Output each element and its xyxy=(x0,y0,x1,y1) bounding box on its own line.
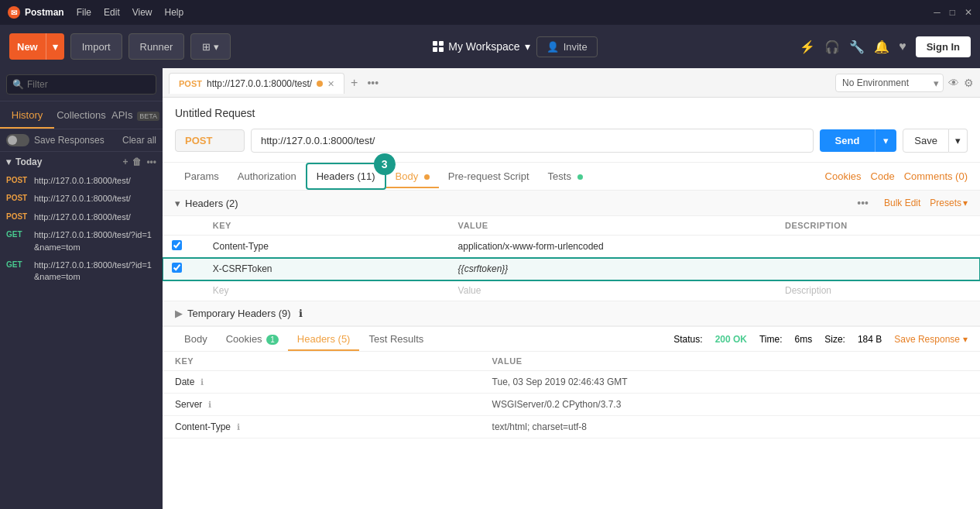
save-responses-toggle[interactable] xyxy=(6,134,29,146)
save-caret-button[interactable]: ▾ xyxy=(949,129,968,153)
content-area: POST http://127.0.0.1:8000/test/ ✕ + •••… xyxy=(163,68,980,509)
menu-edit[interactable]: Edit xyxy=(104,7,120,18)
resp-val-date: Tue, 03 Sep 2019 02:46:43 GMT xyxy=(492,377,968,387)
close-icon[interactable]: ✕ xyxy=(965,7,972,18)
headers-more-icon[interactable]: ••• xyxy=(857,197,869,209)
server-info-icon[interactable]: ℹ xyxy=(208,400,211,410)
workspace-button[interactable]: My Workspace ▾ xyxy=(433,40,529,53)
placeholder-key[interactable]: Key xyxy=(204,280,449,301)
list-item[interactable]: GET http://127.0.0.1:8000/test/?id=1&nam… xyxy=(6,226,156,256)
tab-tests[interactable]: Tests xyxy=(539,164,592,188)
row-checkbox[interactable] xyxy=(172,240,182,250)
sidebar: 🔍 History Collections APIs BETA Save Res… xyxy=(0,68,163,509)
content-type-info-icon[interactable]: ℹ xyxy=(237,422,240,432)
temp-headers-info-icon[interactable]: ℹ xyxy=(299,308,303,319)
sidebar-tab-history[interactable]: History xyxy=(0,101,54,129)
toolbar-center: My Workspace ▾ 👤 Invite xyxy=(237,36,793,57)
headers-toggle-arrow[interactable]: ▾ xyxy=(175,198,180,209)
maximize-icon[interactable]: □ xyxy=(950,7,955,18)
clear-all-button[interactable]: Clear all xyxy=(122,135,156,146)
menu-help[interactable]: Help xyxy=(165,7,184,18)
menu-file[interactable]: File xyxy=(77,7,91,18)
bulk-edit-button[interactable]: Bulk Edit xyxy=(884,198,920,208)
tab-headers[interactable]: Headers (11) 3 xyxy=(306,163,386,190)
tab-close-icon[interactable]: ✕ xyxy=(327,79,334,89)
app-logo: ✉ Postman xyxy=(8,6,64,19)
layout-button[interactable]: ⊞ ▾ xyxy=(190,33,231,60)
headphone-icon[interactable]: 🎧 xyxy=(824,40,840,54)
send-caret-button[interactable]: ▾ xyxy=(875,129,896,152)
tab-authorization[interactable]: Authorization xyxy=(228,164,306,188)
request-tab[interactable]: POST http://127.0.0.1:8000/test/ ✕ xyxy=(169,73,344,94)
add-tab-button[interactable]: + xyxy=(348,76,361,90)
method-badge: POST xyxy=(6,193,29,202)
sidebar-tabs: History Collections APIs BETA xyxy=(0,101,163,129)
bell-icon[interactable]: 🔔 xyxy=(874,40,889,54)
menu-view[interactable]: View xyxy=(132,7,152,18)
save-button[interactable]: Save xyxy=(903,129,949,153)
titlebar: ✉ Postman File Edit View Help ─ □ ✕ xyxy=(0,0,980,25)
new-button-caret[interactable]: ▾ xyxy=(46,33,64,60)
more-history-icon[interactable]: ••• xyxy=(146,156,156,167)
tab-pre-request[interactable]: Pre-request Script xyxy=(439,164,539,188)
col-key: KEY xyxy=(204,216,449,236)
minimize-icon[interactable]: ─ xyxy=(934,7,941,18)
invite-button[interactable]: 👤 Invite xyxy=(536,36,598,57)
sync-icon[interactable]: ⚡ xyxy=(800,40,815,54)
save-responses-label: Save Responses xyxy=(34,135,105,146)
history-url: http://127.0.0.1:8000/test/ xyxy=(34,175,131,187)
method-select[interactable]: POST xyxy=(175,129,245,152)
resp-tab-test-results[interactable]: Test Results xyxy=(359,327,433,351)
presets-button[interactable]: Presets ▾ xyxy=(930,198,968,208)
tab-params[interactable]: Params xyxy=(175,164,228,188)
list-item[interactable]: POST http://127.0.0.1:8000/test/ xyxy=(6,190,156,208)
invite-icon: 👤 xyxy=(547,41,559,53)
request-title: Untitled Request xyxy=(175,107,968,119)
heart-icon[interactable]: ♥ xyxy=(899,40,906,53)
resp-val-content-type: text/html; charset=utf-8 xyxy=(492,421,968,432)
add-history-icon[interactable]: + xyxy=(122,156,128,167)
new-button[interactable]: New ▾ xyxy=(9,33,64,60)
url-input[interactable] xyxy=(251,129,814,153)
placeholder-description[interactable]: Description xyxy=(776,280,980,301)
delete-history-icon[interactable]: 🗑 xyxy=(132,156,142,167)
env-gear-icon[interactable]: ⚙ xyxy=(964,77,974,89)
method-badge: GET xyxy=(6,260,29,269)
save-response-button[interactable]: Save Response ▾ xyxy=(894,334,968,345)
list-item[interactable]: POST http://127.0.0.1:8000/test/ xyxy=(6,208,156,226)
cookies-link[interactable]: Cookies xyxy=(825,170,862,182)
runner-button[interactable]: Runner xyxy=(128,33,185,60)
size-label: Size: xyxy=(824,334,845,345)
comments-link[interactable]: Comments (0) xyxy=(904,170,968,182)
temporary-headers-section[interactable]: ▶ Temporary Headers (9) ℹ xyxy=(163,301,980,326)
table-row: Date ℹ Tue, 03 Sep 2019 02:46:43 GMT xyxy=(163,371,980,394)
import-button[interactable]: Import xyxy=(70,33,122,60)
sidebar-tab-collections[interactable]: Collections xyxy=(54,101,108,129)
settings-icon[interactable]: 🔧 xyxy=(849,40,865,54)
resp-tab-headers[interactable]: Headers (5) xyxy=(288,327,360,351)
step-3-circle: 3 xyxy=(374,153,396,175)
list-item[interactable]: GET http://127.0.0.1:8000/test/?id=1&nam… xyxy=(6,256,156,287)
row-checkbox[interactable] xyxy=(172,263,182,273)
main-layout: 🔍 History Collections APIs BETA Save Res… xyxy=(0,68,980,509)
placeholder-value[interactable]: Value xyxy=(449,280,776,301)
send-button[interactable]: Send xyxy=(820,129,875,152)
date-info-icon[interactable]: ℹ xyxy=(200,377,204,387)
presets-caret-icon: ▾ xyxy=(963,198,968,208)
list-item[interactable]: POST http://127.0.0.1:8000/test/ xyxy=(6,172,156,190)
sidebar-tab-apis[interactable]: APIs BETA xyxy=(108,101,163,129)
env-eye-icon[interactable]: 👁 xyxy=(948,77,959,89)
environment-select[interactable]: No Environment xyxy=(835,74,944,92)
tab-method-label: POST xyxy=(179,79,202,88)
grid-icon xyxy=(433,41,444,52)
code-link[interactable]: Code xyxy=(871,170,895,182)
header-desc-cell xyxy=(776,258,980,280)
more-tabs-button[interactable]: ••• xyxy=(364,77,382,89)
method-badge: POST xyxy=(6,175,29,184)
search-input[interactable] xyxy=(6,74,156,95)
header-key-cell: X-CSRFToken xyxy=(204,258,449,280)
sign-in-button[interactable]: Sign In xyxy=(916,36,971,57)
table-row: X-CSRFToken {{csrftoken}} xyxy=(163,258,980,280)
resp-tab-body[interactable]: Body xyxy=(175,327,217,351)
resp-tab-cookies[interactable]: Cookies 1 xyxy=(217,327,288,351)
